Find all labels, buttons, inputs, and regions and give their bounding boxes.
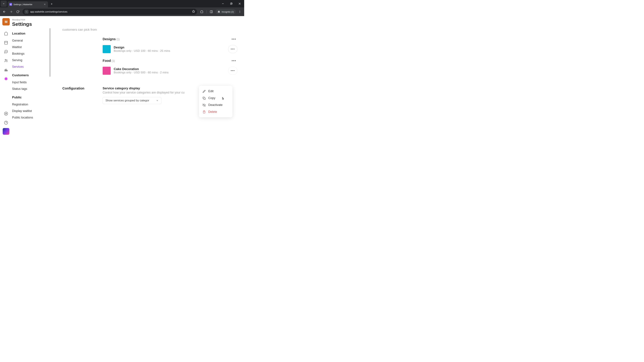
category-display-select[interactable]: Show services grouped by categor [103, 97, 161, 104]
select-value: Show services grouped by categor [106, 99, 149, 102]
category-name: Designs [103, 37, 116, 41]
extensions-button[interactable] [199, 9, 205, 15]
service-context-menu: Edit Copy Deactivate Delete [199, 86, 232, 117]
forward-button[interactable] [8, 9, 14, 15]
category-name: Food [103, 59, 111, 62]
svg-point-20 [6, 51, 6, 52]
tab-title: Settings | Waitwhile [14, 3, 42, 6]
menu-label: Copy [208, 96, 215, 100]
svg-marker-9 [192, 10, 195, 12]
minimize-button[interactable] [219, 1, 227, 7]
category-menu-button[interactable]: ••• [230, 36, 238, 42]
settings-sidebar: Moodjoy7434 Settings Location General Wa… [12, 16, 51, 137]
svg-point-12 [218, 12, 219, 13]
menu-item-copy[interactable]: Copy [199, 95, 232, 102]
people-icon[interactable] [2, 57, 10, 64]
site-info-icon[interactable] [24, 10, 28, 14]
workspace-avatar[interactable]: M [2, 18, 10, 25]
menu-label: Deactivate [208, 103, 222, 107]
service-color-swatch [103, 67, 111, 75]
analytics-icon[interactable] [2, 66, 10, 73]
help-icon[interactable] [2, 119, 10, 126]
category-header-designs: Designs (1) ••• [103, 36, 241, 42]
service-name: Cake Decoration [114, 67, 225, 71]
browser-menu-button[interactable] [237, 9, 243, 15]
svg-rect-17 [4, 41, 8, 44]
new-tab-button[interactable]: + [49, 2, 54, 6]
menu-item-delete[interactable]: Delete [199, 108, 232, 115]
tab-search-button[interactable] [1, 1, 7, 7]
svg-point-19 [6, 51, 6, 52]
browser-tab-strip: w Settings | Waitwhile ✕ + [0, 0, 244, 7]
profile-avatar[interactable] [3, 128, 10, 135]
address-bar[interactable]: app.waitwhile.com/settings/services [22, 9, 197, 15]
sidebar-heading-location: Location [12, 32, 51, 35]
category-menu-button[interactable]: ••• [230, 58, 238, 63]
svg-point-13 [219, 12, 220, 13]
back-button[interactable] [1, 9, 8, 15]
sidebar-item-status-tags[interactable]: Status tags [12, 86, 51, 92]
side-panel-button[interactable] [208, 9, 214, 15]
menu-item-edit[interactable]: Edit [199, 88, 232, 95]
sidebar-item-services[interactable]: Services [12, 63, 51, 70]
incognito-indicator[interactable]: Incognito (2) [215, 9, 236, 14]
settings-icon[interactable] [2, 75, 10, 82]
category-header-food: Food (1) ••• [103, 58, 241, 63]
svg-rect-2 [230, 3, 232, 4]
category-count: (1) [116, 38, 120, 41]
svg-point-16 [240, 12, 240, 13]
service-menu-button[interactable]: ••• [228, 67, 238, 75]
incognito-label: Incognito (2) [222, 10, 234, 13]
workspace-name: Moodjoy7434 [12, 18, 51, 21]
calendar-icon[interactable] [2, 39, 10, 46]
scrollbar[interactable] [49, 28, 51, 77]
service-item-cake-decoration[interactable]: Cake Decoration Bookings only · USD 500 … [103, 67, 241, 75]
sidebar-item-display-waitlist[interactable]: Display waitlist [12, 108, 51, 114]
sidebar-item-waitlist[interactable]: Waitlist [12, 44, 51, 50]
service-name: Design [114, 45, 225, 49]
window-controls [219, 1, 244, 7]
svg-point-23 [6, 60, 7, 60]
sidebar-item-public-locations[interactable]: Public locations [12, 114, 51, 121]
svg-rect-24 [5, 70, 5, 71]
service-color-swatch [103, 45, 111, 53]
browser-toolbar: app.waitwhile.com/settings/services Inco… [0, 7, 244, 16]
url-text: app.waitwhile.com/settings/services [30, 10, 190, 13]
menu-label: Delete [208, 110, 217, 114]
bookmark-icon[interactable] [192, 10, 195, 13]
config-section-label: Configuration [62, 86, 96, 104]
sidebar-item-bookings[interactable]: Bookings [12, 50, 51, 57]
eye-off-icon [202, 104, 206, 107]
reload-button[interactable] [15, 9, 21, 15]
svg-rect-10 [210, 10, 212, 13]
service-meta: Bookings only · USD 500 · 60 mins · 2 mi… [114, 71, 225, 74]
category-count: (1) [112, 59, 115, 62]
partial-description: customers can pick from [62, 28, 241, 31]
icon-rail: M [0, 16, 12, 137]
messages-icon[interactable] [2, 48, 10, 55]
close-tab-button[interactable]: ✕ [43, 3, 46, 6]
service-item-design[interactable]: Design Bookings only · USD 100 · 60 mins… [103, 45, 241, 53]
cursor-icon [221, 97, 224, 101]
sidebar-item-serving[interactable]: Serving [12, 57, 51, 63]
sidebar-item-input-fields[interactable]: Input fields [12, 79, 51, 86]
maximize-button[interactable] [228, 1, 235, 7]
main-content: customers can pick from Designs (1) ••• [51, 16, 244, 137]
page-title: Settings [12, 21, 51, 27]
sidebar-item-registration[interactable]: Registration [12, 101, 51, 108]
svg-point-14 [240, 11, 240, 11]
bolt-icon[interactable] [2, 110, 10, 117]
pencil-icon [202, 90, 206, 93]
menu-label: Edit [208, 89, 214, 93]
service-menu-button[interactable]: ••• [228, 45, 238, 53]
home-icon[interactable] [2, 30, 10, 37]
browser-tab[interactable]: w Settings | Waitwhile ✕ [8, 1, 48, 7]
sidebar-item-general[interactable]: General [12, 37, 51, 44]
sidebar-heading-public: Public [12, 95, 51, 99]
sidebar-heading-customers: Customers [12, 73, 51, 77]
app-content: M Moodjoy7434 Settings Loca [0, 16, 244, 137]
close-window-button[interactable] [236, 1, 244, 7]
menu-item-deactivate[interactable]: Deactivate [199, 102, 232, 108]
favicon-icon: w [10, 3, 12, 6]
svg-point-21 [6, 51, 7, 52]
